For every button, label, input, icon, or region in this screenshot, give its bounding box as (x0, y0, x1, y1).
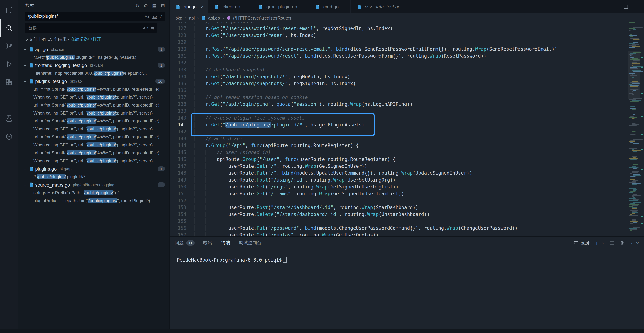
chevron-down-icon[interactable]: › (23, 79, 28, 83)
code-line-139[interactable]: 139 (170, 108, 628, 114)
replace-input[interactable] (27, 25, 143, 31)
search-match-row[interactable]: // /public/plugins/:pluginId/* (18, 173, 169, 181)
chevron-down-icon[interactable]: › (23, 167, 28, 171)
breadcrumb-item-1[interactable]: api (189, 16, 195, 20)
activity-extensions-button[interactable] (0, 73, 18, 91)
code-line-129[interactable]: 129 (170, 39, 628, 46)
editor-tab-client.go[interactable]: client.go (208, 0, 252, 14)
breadcrumb-item-0[interactable]: pkg (176, 16, 182, 20)
new-terminal-icon[interactable]: + (595, 240, 598, 246)
code-line-141[interactable]: 141 r.Get("/public/plugins/:pluginId/*",… (170, 122, 628, 128)
preserve-case-icon[interactable]: AB (143, 26, 148, 30)
search-result-file-api.go[interactable]: ›api.gopkg/api1 (18, 45, 169, 53)
collapse-all-icon[interactable]: ⊟ (161, 3, 165, 8)
activity-source-control-button[interactable] (0, 37, 18, 55)
search-input[interactable] (27, 14, 144, 19)
search-match-row[interactable]: url := fmt.Sprintf("/public/plugins/%s/%… (18, 85, 169, 93)
code-line-138[interactable]: 138 r.Get("/api/login/ping", quota("sess… (170, 101, 628, 108)
breadcrumb-item-2[interactable]: api.go (201, 16, 220, 20)
code-line-142[interactable]: 142 (170, 128, 628, 135)
code-line-145[interactable]: 145 // user (signed in) (170, 149, 628, 156)
code-line-126[interactable]: 126 // reset password (170, 22, 628, 25)
toggle-search-details-button[interactable]: ⋯ (157, 25, 165, 31)
search-match-row[interactable]: Filename: "http://localhost:3000/public/… (18, 69, 169, 77)
activity-remote-explorer-button[interactable] (0, 91, 18, 110)
code-line-130[interactable]: 130 r.Post("/api/user/password/send-rese… (170, 46, 628, 52)
whole-word-icon[interactable]: ab (152, 14, 157, 19)
activity-run-debug-button[interactable] (0, 55, 18, 73)
search-result-file-source_maps.go[interactable]: ›source_maps.gopkg/api/frontendlogging2 (18, 181, 169, 189)
search-result-file-plugins.go[interactable]: ›plugins.gopkg/api1 (18, 165, 169, 173)
code-line-156[interactable]: 156 userRoute.Put("/password", bind(mode… (170, 225, 628, 232)
shell-selector[interactable]: bash (573, 240, 590, 246)
activity-packages-button[interactable] (0, 128, 18, 146)
open-new-search-editor-icon[interactable]: ▤ (152, 3, 157, 8)
match-case-icon[interactable]: Aa (144, 14, 150, 18)
code-line-146[interactable]: 146 apiRoute.Group("/user", func(userRou… (170, 156, 628, 163)
chevron-down-icon[interactable]: › (23, 63, 28, 68)
panel-tab-terminal[interactable]: 终端 (221, 236, 230, 249)
toggle-replace-chevron-icon[interactable]: › (11, 19, 32, 25)
code-line-152[interactable]: 152 (170, 197, 628, 204)
search-match-row[interactable]: url := fmt.Sprintf("/public/plugins/%s/%… (18, 117, 169, 125)
search-match-row[interactable]: When calling GET on", url, "/public/plug… (18, 157, 169, 165)
search-match-row[interactable]: url := fmt.Sprintf("/public/plugins/%s/%… (18, 101, 169, 109)
terminal-view[interactable]: PeideMacBook-Pro:grafana-8.3.0 peiqi$ (170, 249, 644, 333)
editor-tab-cmd.go[interactable]: cmd.go (309, 0, 351, 14)
split-terminal-icon[interactable] (609, 240, 615, 246)
editor-tab-grpc_plugin.go[interactable]: grpc_plugin.go (252, 0, 309, 14)
close-panel-icon[interactable]: × (636, 240, 639, 246)
code-line-148[interactable]: 148 userRoute.Put("/", bind(models.Updat… (170, 170, 628, 176)
editor-tab-csv_data_test.go[interactable]: csv_data_test.go (351, 0, 412, 14)
code-line-133[interactable]: 133 // dashboard snapshots (170, 66, 628, 73)
code-line-157[interactable]: 157 userRoute.Get("/quotas", routing.Wra… (170, 232, 628, 236)
search-match-row[interactable]: When calling GET on", url, "/public/plug… (18, 141, 169, 149)
terminal-dropdown-icon[interactable]: › (601, 242, 607, 244)
search-match-row[interactable]: r.Get("/public/plugins/:pluginId/*", hs.… (18, 53, 169, 61)
code-line-143[interactable]: 143 // authed api (170, 135, 628, 142)
code-line-127[interactable]: 127 r.Get("/user/password/send-reset-ema… (170, 25, 628, 32)
panel-tab-debug-console[interactable]: 调试控制台 (239, 236, 262, 249)
search-match-row[interactable]: When calling GET on", url, "/public/plug… (18, 93, 169, 101)
search-result-file-plugins_test.go[interactable]: ›plugins_test.gopkg/api10 (18, 77, 169, 85)
chevron-down-icon[interactable]: › (23, 47, 28, 52)
clear-search-results-icon[interactable]: ⊘ (144, 3, 148, 8)
regex-icon[interactable]: .* (160, 14, 162, 18)
code-line-137[interactable]: 137 // api renew session based on cookie (170, 94, 628, 101)
code-line-150[interactable]: 150 userRoute.Get("/orgs", routing.Wrap(… (170, 183, 628, 190)
code-line-132[interactable]: 132 (170, 60, 628, 66)
search-match-row[interactable]: When calling GET on", url, "/public/plug… (18, 109, 169, 117)
search-match-row[interactable]: url := fmt.Sprintf("/public/plugins/%s/%… (18, 149, 169, 157)
search-result-file-frontend_logging_test.go[interactable]: ›frontend_logging_test.gopkg/api1 (18, 61, 169, 69)
search-match-row[interactable]: When calling GET on", url, "/public/plug… (18, 125, 169, 133)
open-in-editor-link[interactable]: 在编辑器中打开 (70, 36, 101, 42)
refresh-icon[interactable]: ↻ (136, 3, 140, 8)
code-line-136[interactable]: 136 (170, 87, 628, 94)
replace-all-icon[interactable]: ⇆ (151, 26, 154, 30)
code-line-140[interactable]: 140 // expose plugin file system assets (170, 114, 628, 122)
split-editor-icon[interactable] (623, 4, 628, 10)
activity-testing-button[interactable] (0, 110, 18, 128)
code-line-135[interactable]: 135 r.Get("/dashboard/snapshots/", reqSi… (170, 80, 628, 87)
code-line-155[interactable]: 155 (170, 218, 628, 225)
code-line-128[interactable]: 128 r.Get("/user/password/reset", hs.Ind… (170, 32, 628, 39)
minimap[interactable] (628, 22, 644, 236)
code-line-151[interactable]: 151 userRoute.Get("/teams", routing.Wrap… (170, 190, 628, 197)
breadcrumb-item-3[interactable]: (*HTTPServer).registerRoutes (226, 16, 291, 20)
code-line-149[interactable]: 149 userRoute.Post("/using/:id", routing… (170, 176, 628, 183)
search-match-row[interactable]: strings.HasPrefix(u.Path, "/public/plugi… (18, 189, 169, 197)
tab-close-icon[interactable]: × (200, 4, 205, 10)
code-line-131[interactable]: 131 r.Post("/api/user/password/reset", b… (170, 52, 628, 60)
search-match-row[interactable]: url := fmt.Sprintf("/public/plugins/%s/%… (18, 133, 169, 141)
maximize-panel-icon[interactable]: › (628, 242, 633, 244)
code-line-147[interactable]: 147 userRoute.Get("/", routing.Wrap(GetS… (170, 163, 628, 170)
code-line-134[interactable]: 134 r.Get("/dashboard/snapshot/*", reqNo… (170, 73, 628, 80)
panel-tab-problems[interactable]: 问题11 (175, 236, 194, 249)
activity-explorer-button[interactable] (0, 1, 18, 19)
code-line-153[interactable]: 153 userRoute.Post("/stars/dashboard/:id… (170, 204, 628, 211)
code-area[interactable]: 126 // reset password127 r.Get("/user/pa… (170, 22, 628, 236)
editor-tab-api.go[interactable]: api.go× (170, 0, 208, 14)
more-actions-icon[interactable]: ⋯ (634, 4, 639, 10)
code-line-154[interactable]: 154 userRoute.Delete("/stars/dashboard/:… (170, 211, 628, 218)
chevron-down-icon[interactable]: › (23, 182, 28, 187)
